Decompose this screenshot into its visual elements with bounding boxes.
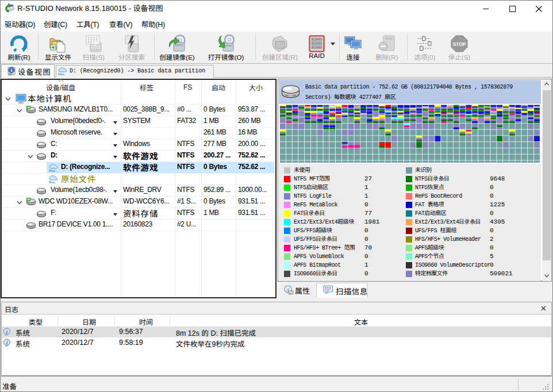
svg-text:Rec.: Rec. xyxy=(58,72,66,76)
svg-text:Rec.: Rec. xyxy=(49,169,56,172)
svg-text:STOP: STOP xyxy=(453,41,466,47)
svg-text:Rec.: Rec. xyxy=(49,180,56,184)
